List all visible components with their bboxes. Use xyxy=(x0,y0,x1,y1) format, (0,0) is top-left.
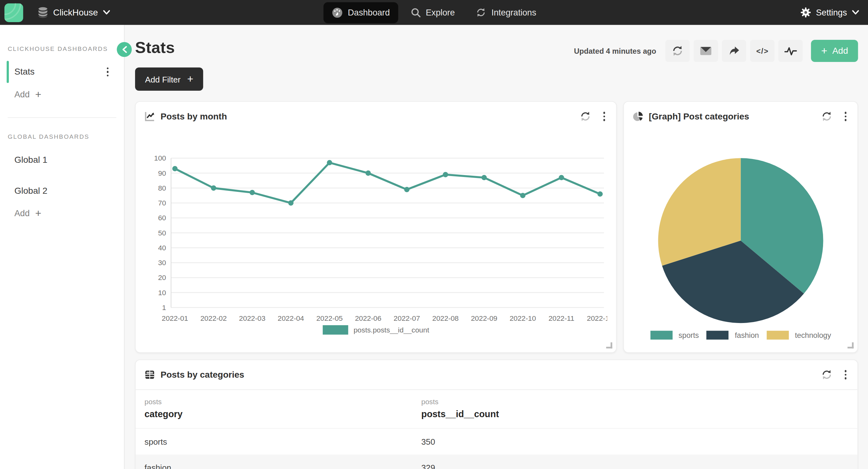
card-title: Posts by month xyxy=(161,111,227,122)
refresh-button[interactable] xyxy=(665,40,690,62)
plus-icon: + xyxy=(35,207,41,220)
refresh-icon xyxy=(820,369,832,380)
email-button[interactable] xyxy=(694,40,718,62)
svg-text:2022-10: 2022-10 xyxy=(509,314,536,322)
table-row: sports350 xyxy=(136,429,858,455)
legend-swatch xyxy=(767,331,789,340)
activity-button[interactable] xyxy=(778,40,803,62)
chevron-down-icon xyxy=(852,10,859,15)
svg-text:30: 30 xyxy=(158,259,166,267)
svg-text:2022-04: 2022-04 xyxy=(278,314,304,322)
sidebar-section-global: GLOBAL DASHBOARDS xyxy=(0,133,124,140)
legend-swatch xyxy=(707,331,729,340)
add-global-dashboard-link[interactable]: Add + xyxy=(0,207,124,220)
kebab-menu-icon[interactable] xyxy=(104,65,111,79)
pie-chart-icon xyxy=(633,111,643,122)
table-cell: 329 xyxy=(421,463,849,469)
card-refresh-button[interactable] xyxy=(819,110,834,124)
svg-text:60: 60 xyxy=(158,214,166,222)
page-title: Stats xyxy=(135,39,175,57)
add-filter-button[interactable]: Add Filter + xyxy=(135,68,204,91)
card-kebab-menu[interactable] xyxy=(842,368,849,381)
svg-text:2022-06: 2022-06 xyxy=(355,314,381,322)
table-icon xyxy=(145,369,155,380)
gear-icon xyxy=(800,7,811,18)
svg-text:2022-12: 2022-12 xyxy=(587,314,607,322)
add-dashboard-link[interactable]: Add + xyxy=(0,89,124,101)
column-group-label: posts xyxy=(421,398,849,406)
column-header[interactable]: category xyxy=(145,409,421,419)
sidebar-divider xyxy=(8,117,116,118)
refresh-icon xyxy=(579,111,591,122)
embed-code-button[interactable]: </> xyxy=(750,40,775,62)
legend-label: posts.posts__id__count xyxy=(354,326,429,334)
svg-text:2022-11: 2022-11 xyxy=(549,314,575,322)
column-header[interactable]: posts__id__count xyxy=(421,409,849,419)
card-refresh-button[interactable] xyxy=(578,110,592,124)
svg-text:2022-08: 2022-08 xyxy=(432,314,459,322)
svg-text:80: 80 xyxy=(158,184,166,192)
card-resize-handle[interactable] xyxy=(606,342,612,348)
svg-text:2022-01: 2022-01 xyxy=(162,314,188,322)
svg-text:100: 100 xyxy=(154,154,166,162)
gauge-icon xyxy=(332,7,343,18)
sidebar-section-clickhouse: CLICKHOUSE DASHBOARDS xyxy=(0,45,124,52)
add-filter-label: Add Filter xyxy=(145,74,181,84)
nav-tabs: Dashboard Explore Integrations xyxy=(323,0,545,25)
column-group-label: posts xyxy=(145,398,421,406)
svg-text:10: 10 xyxy=(158,289,166,297)
tab-explore-label: Explore xyxy=(426,8,455,18)
sidebar-item-label: Global 2 xyxy=(0,186,48,196)
sidebar-item-global-2[interactable]: Global 2 xyxy=(0,180,124,202)
plus-icon: + xyxy=(187,73,193,85)
top-nav: ClickHouse Dashboard Expl xyxy=(0,0,868,25)
tab-integrations[interactable]: Integrations xyxy=(468,2,545,23)
legend-label: technology xyxy=(795,331,831,339)
settings-menu[interactable]: Settings xyxy=(800,0,859,25)
svg-text:2022-07: 2022-07 xyxy=(394,314,420,322)
legend-swatch xyxy=(323,325,348,335)
svg-text:2022-03: 2022-03 xyxy=(239,314,266,322)
refresh-icon xyxy=(672,45,684,57)
envelope-icon xyxy=(700,46,712,56)
database-selector[interactable]: ClickHouse xyxy=(38,7,110,18)
sync-icon xyxy=(476,7,486,18)
sidebar-item-label: Global 1 xyxy=(0,155,48,165)
tab-integrations-label: Integrations xyxy=(491,8,536,18)
app-logo-icon[interactable] xyxy=(4,3,23,22)
add-tile-button[interactable]: + Add xyxy=(811,40,858,62)
card-posts-by-month: Posts by month 1009080706050403020101202… xyxy=(135,101,617,353)
tab-explore[interactable]: Explore xyxy=(402,3,463,23)
settings-label: Settings xyxy=(816,8,847,18)
updated-timestamp: Updated 4 minutes ago xyxy=(574,47,656,55)
sidebar-item-stats[interactable]: Stats xyxy=(0,61,124,83)
legend-swatch xyxy=(650,331,673,340)
table-body: sports350fashion329 xyxy=(136,429,858,469)
card-refresh-button[interactable] xyxy=(819,368,834,382)
sidebar-item-global-1[interactable]: Global 1 xyxy=(0,149,124,171)
search-icon xyxy=(411,8,421,18)
legend-label: fashion xyxy=(735,331,759,339)
svg-text:2022-02: 2022-02 xyxy=(200,314,226,322)
line-chart-icon xyxy=(145,111,155,122)
add-button-label: Add xyxy=(832,46,848,56)
svg-text:2022-09: 2022-09 xyxy=(471,314,498,322)
tab-dashboard[interactable]: Dashboard xyxy=(323,2,398,23)
card-kebab-menu[interactable] xyxy=(601,110,607,123)
card-resize-handle[interactable] xyxy=(847,342,854,348)
table-column-headers: posts category posts posts__id__count xyxy=(136,390,858,429)
card-posts-by-categories: Posts by categories posts xyxy=(135,360,858,469)
svg-text:50: 50 xyxy=(158,229,166,237)
refresh-icon xyxy=(820,111,832,122)
card-kebab-menu[interactable] xyxy=(842,110,849,123)
share-button[interactable] xyxy=(722,40,747,62)
svg-text:40: 40 xyxy=(158,244,166,252)
brand-label: ClickHouse xyxy=(53,8,98,18)
line-chart-svg: 10090807060504030201012022-012022-022022… xyxy=(143,153,607,325)
sidebar-collapse-button[interactable] xyxy=(117,42,132,57)
pie-chart-svg xyxy=(655,157,826,324)
add-label: Add xyxy=(14,90,30,100)
card-title: Posts by categories xyxy=(161,370,245,380)
pie-chart-legend: sports fashion technology xyxy=(624,331,858,340)
table-cell: sports xyxy=(145,437,421,446)
